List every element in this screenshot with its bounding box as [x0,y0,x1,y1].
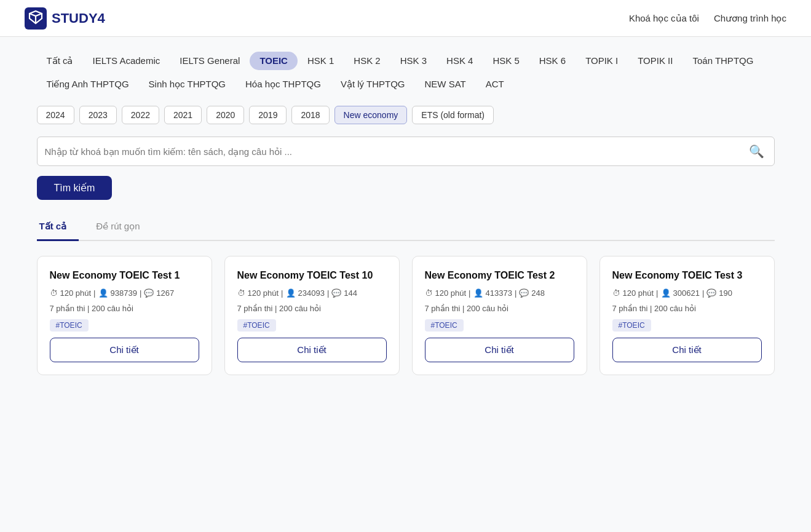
main-content: Tất cảIELTS AcademicIELTS GeneralTOEICHS… [12,37,799,390]
category-item-toeic[interactable]: TOEIC [250,52,298,70]
card-meta: ⏱ 120 phút | 👤 234093 | 💬 144 [237,288,387,298]
category-item-toan-thptqg[interactable]: Toán THPTQG [682,52,763,70]
search-icon-button[interactable]: 🔍 [746,141,767,161]
category-item-hsk2[interactable]: HSK 2 [344,52,390,70]
card-tag: #TOEIC [425,319,574,332]
card-students: 234093 [298,288,325,298]
tabs: Tất cảĐề rút gọn [37,215,775,241]
card-parts: 7 phần thi | 200 câu hỏi [612,304,762,313]
card-tag: #TOEIC [237,319,387,332]
year-filter-y2021[interactable]: 2021 [164,106,202,124]
header: STUDY4 Khoá học của tôi Chương trình học [0,0,811,37]
card-title: New Economy TOEIC Test 3 [612,269,762,282]
card-comments: 190 [719,288,732,298]
card-parts: 7 phần thi | 200 câu hỏi [50,304,199,313]
card-detail-button[interactable]: Chi tiết [612,338,762,362]
category-item-hsk5[interactable]: HSK 5 [483,52,529,70]
card-card2: New Economy TOEIC Test 10 ⏱ 120 phút | 👤… [224,256,400,375]
card-meta: ⏱ 120 phút | 👤 300621 | 💬 190 [612,288,762,298]
logo-text: STUDY4 [52,10,105,26]
card-tag: #TOEIC [50,319,199,332]
card-detail-button[interactable]: Chi tiết [237,338,387,362]
clock-icon: ⏱ [237,288,245,298]
year-filter-y2022[interactable]: 2022 [122,106,159,124]
card-duration: 120 phút [435,288,467,298]
category-item-all[interactable]: Tất cả [37,52,83,70]
card-comments: 144 [344,288,357,298]
students-icon: 👤 [661,288,671,298]
card-duration: 120 phút [623,288,654,298]
card-students: 413373 [486,288,512,298]
card-meta: ⏱ 120 phút | 👤 413373 | 💬 248 [425,288,574,298]
clock-icon: ⏱ [612,288,620,298]
comments-icon: 💬 [144,288,154,298]
clock-icon: ⏱ [50,288,58,298]
category-item-hsk6[interactable]: HSK 6 [529,52,576,70]
year-filter-y2019[interactable]: 2019 [249,106,287,124]
card-duration: 120 phút [248,288,279,298]
card-students: 938739 [111,288,137,298]
search-container: 🔍 [37,137,775,166]
logo-icon [25,7,47,30]
card-meta: ⏱ 120 phút | 👤 938739 | 💬 1267 [50,288,199,298]
card-comments: 1267 [156,288,174,298]
card-card1: New Economy TOEIC Test 1 ⏱ 120 phút | 👤 … [37,256,212,375]
category-item-ielts-general[interactable]: IELTS General [170,52,250,70]
category-item-topik2[interactable]: TOPIK II [628,52,682,70]
card-students: 300621 [673,288,700,298]
search-input[interactable] [45,146,746,157]
card-tag: #TOEIC [612,319,762,332]
year-filter-y2020[interactable]: 2020 [207,106,244,124]
header-nav: Khoá học của tôi Chương trình học [629,13,786,24]
category-item-act[interactable]: ACT [476,75,514,93]
clock-icon: ⏱ [425,288,433,298]
category-item-tienga-thptqg[interactable]: Tiếng Anh THPTQG [37,75,139,93]
comments-icon: 💬 [706,288,716,298]
category-item-new-sat[interactable]: NEW SAT [414,75,475,93]
search-button[interactable]: Tìm kiếm [37,176,113,200]
category-item-hsk4[interactable]: HSK 4 [437,52,483,70]
year-filter-y2023[interactable]: 2023 [79,106,117,124]
card-title: New Economy TOEIC Test 10 [237,269,387,282]
tab-short[interactable]: Đề rút gọn [93,215,152,241]
card-parts: 7 phần thi | 200 câu hỏi [425,304,574,313]
category-item-sinhhoc-thptqg[interactable]: Sinh học THPTQG [139,75,235,93]
tab-all[interactable]: Tất cả [37,215,79,241]
card-title: New Economy TOEIC Test 2 [425,269,574,282]
card-parts: 7 phần thi | 200 câu hỏi [237,304,387,313]
category-item-hsk1[interactable]: HSK 1 [298,52,344,70]
year-filter-new-economy[interactable]: New economy [334,106,408,124]
category-item-hsk3[interactable]: HSK 3 [390,52,437,70]
year-filter-y2018[interactable]: 2018 [291,106,329,124]
year-filters: 2024202320222021202020192018New economyE… [37,106,775,124]
students-icon: 👤 [286,288,296,298]
card-detail-button[interactable]: Chi tiết [50,338,199,362]
students-icon: 👤 [473,288,483,298]
nav-curriculum[interactable]: Chương trình học [714,13,786,24]
card-duration: 120 phút [60,288,92,298]
comments-icon: 💬 [331,288,341,298]
category-item-topik1[interactable]: TOPIK I [576,52,628,70]
card-comments: 248 [531,288,545,298]
card-card3: New Economy TOEIC Test 2 ⏱ 120 phút | 👤 … [412,256,587,375]
year-filter-ets-old[interactable]: ETS (old format) [412,106,494,124]
cards-grid: New Economy TOEIC Test 1 ⏱ 120 phút | 👤 … [37,256,775,375]
card-detail-button[interactable]: Chi tiết [425,338,574,362]
category-item-hoahoc-thptqg[interactable]: Hóa học THPTQG [235,75,331,93]
year-filter-y2024[interactable]: 2024 [37,106,74,124]
card-title: New Economy TOEIC Test 1 [50,269,199,282]
nav-my-courses[interactable]: Khoá học của tôi [629,13,699,24]
category-item-vatly-thptqg[interactable]: Vật lý THPTQG [331,75,415,93]
students-icon: 👤 [98,288,108,298]
card-card4: New Economy TOEIC Test 3 ⏱ 120 phút | 👤 … [599,256,775,375]
category-item-ielts-academic[interactable]: IELTS Academic [83,52,170,70]
comments-icon: 💬 [519,288,529,298]
logo[interactable]: STUDY4 [25,7,105,30]
category-nav: Tất cảIELTS AcademicIELTS GeneralTOEICHS… [37,52,775,93]
